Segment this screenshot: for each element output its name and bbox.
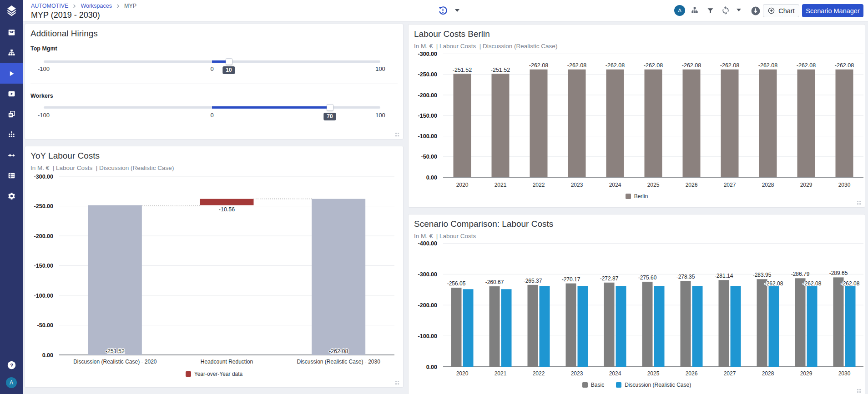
bar[interactable] <box>568 70 586 177</box>
sidebar-item-models[interactable] <box>0 125 23 145</box>
sidebar-item-reports[interactable] <box>0 104 23 125</box>
sidebar-item-hierarchy[interactable] <box>0 43 23 63</box>
avatar-initial: A <box>10 379 13 386</box>
bar[interactable] <box>642 282 653 367</box>
slider-handle[interactable] <box>327 104 333 111</box>
bar[interactable] <box>757 279 767 367</box>
slider-value-badge: 70 <box>323 113 336 120</box>
bar[interactable] <box>606 70 624 177</box>
breadcrumb-project[interactable]: AUTOMOTIVE <box>31 3 68 9</box>
legend-item[interactable]: Berlin <box>626 193 648 199</box>
sidebar-item-data[interactable] <box>0 22 23 43</box>
bar[interactable] <box>645 70 662 177</box>
bar[interactable] <box>836 70 853 177</box>
bar[interactable] <box>731 286 741 367</box>
bar[interactable] <box>604 283 615 367</box>
bar[interactable] <box>795 278 806 367</box>
y-tick-label: 0.00 <box>42 352 53 359</box>
slider-tick-max: 100 <box>375 112 385 119</box>
avatar-initial: A <box>678 8 681 13</box>
add-chart-button[interactable]: Chart <box>763 4 799 17</box>
comparison-bar-chart: -400.00-300.00-200.00-100.000.0020202021… <box>409 214 866 394</box>
bar[interactable] <box>719 280 729 367</box>
filter-button[interactable] <box>705 5 716 16</box>
layers-logo-icon <box>5 5 18 17</box>
resize-grip[interactable] <box>857 201 861 205</box>
bar[interactable] <box>759 70 777 177</box>
hierarchy-view-button[interactable] <box>689 5 700 16</box>
bar[interactable] <box>578 286 588 367</box>
bar[interactable] <box>540 286 550 367</box>
x-tick-label: 2024 <box>609 182 621 188</box>
bar[interactable] <box>797 70 815 177</box>
bar[interactable] <box>528 285 538 367</box>
bar[interactable] <box>492 74 510 177</box>
data-label: -270.17 <box>562 276 580 283</box>
app-logo[interactable] <box>0 3 23 18</box>
bar[interactable] <box>692 286 703 367</box>
bar[interactable] <box>616 286 626 367</box>
chevron-right-icon <box>116 4 120 8</box>
sidebar-item-tables[interactable] <box>0 165 23 186</box>
node-tree-icon <box>7 130 16 139</box>
legend-item[interactable]: Discussion (Realistic Case) <box>616 382 691 388</box>
bar[interactable] <box>654 286 665 367</box>
x-tick-label: 2020 <box>456 182 469 188</box>
bar[interactable] <box>530 70 548 177</box>
y-tick-label: -200.00 <box>418 92 437 99</box>
resize-grip[interactable] <box>395 381 399 385</box>
legend-item[interactable]: Year-over-Year data <box>186 371 243 377</box>
data-label: -283.95 <box>753 272 772 278</box>
sidebar-item-settings[interactable] <box>0 186 23 206</box>
bar[interactable] <box>721 70 739 177</box>
waterfall-bar[interactable] <box>200 199 254 205</box>
slider-tick-zero: 0 <box>210 65 213 72</box>
x-tick-label: 2025 <box>647 370 660 377</box>
bar[interactable] <box>833 277 844 367</box>
sidebar-item-dataflows[interactable] <box>0 145 23 165</box>
y-tick-label: 0.00 <box>426 175 437 181</box>
bar[interactable] <box>845 286 856 367</box>
refresh-button[interactable] <box>720 5 732 16</box>
slider-tick-max: 100 <box>375 65 385 72</box>
breadcrumb-current: MYP <box>124 3 136 9</box>
waterfall-bar[interactable] <box>312 199 365 355</box>
flow-arrow-icon <box>7 151 16 160</box>
restore-history-button[interactable] <box>437 5 449 16</box>
legend-label: Berlin <box>634 193 648 199</box>
data-label: -262.08 <box>606 62 625 69</box>
history-dropdown-caret[interactable] <box>452 5 462 15</box>
bar[interactable] <box>454 74 471 177</box>
help-button[interactable]: ? <box>0 357 23 373</box>
legend-item[interactable]: Basic <box>582 382 604 388</box>
sidebar-item-presentations[interactable] <box>0 84 23 104</box>
waterfall-bar[interactable] <box>88 205 142 355</box>
slider-handle[interactable] <box>226 58 232 65</box>
header-user-avatar[interactable]: A <box>674 5 685 16</box>
scenario-manager-button[interactable]: Scenario Manager <box>802 4 863 17</box>
slider-tick-min: -100 <box>38 65 50 72</box>
bar[interactable] <box>490 286 500 367</box>
y-tick-label: -100.00 <box>34 293 53 299</box>
bar[interactable] <box>463 289 474 367</box>
bar[interactable] <box>501 289 512 367</box>
slider-label-top-mgmt: Top Mgmt <box>30 45 57 52</box>
bar[interactable] <box>566 284 576 367</box>
sidebar-user-avatar[interactable]: A <box>6 377 17 388</box>
data-label: -281.14 <box>715 273 733 279</box>
bar[interactable] <box>681 281 691 367</box>
refresh-dropdown-caret[interactable] <box>735 6 742 14</box>
sidebar-item-simulation[interactable] <box>0 63 23 84</box>
download-button[interactable] <box>750 5 761 16</box>
x-tick-label: 2026 <box>686 370 698 377</box>
chart-title: Scenario Comparison: Labour Costs <box>414 219 553 229</box>
bar[interactable] <box>807 286 818 367</box>
resize-grip[interactable] <box>857 389 861 393</box>
bar[interactable] <box>769 286 779 367</box>
bar[interactable] <box>683 70 701 177</box>
x-tick-label: 2029 <box>800 370 812 377</box>
x-tick-label: 2024 <box>609 370 621 377</box>
bar[interactable] <box>451 288 462 367</box>
breadcrumb-workspaces[interactable]: Workspaces <box>81 3 112 9</box>
resize-grip[interactable] <box>395 133 399 137</box>
